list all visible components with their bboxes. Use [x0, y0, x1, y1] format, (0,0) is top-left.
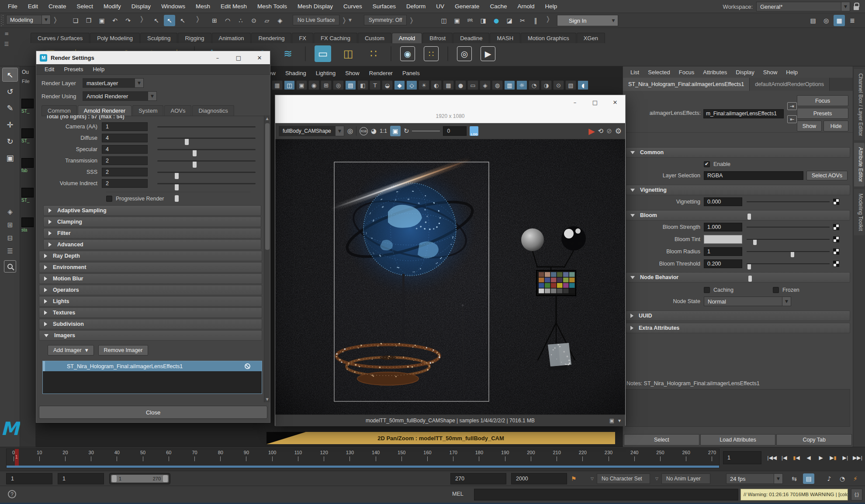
render-settings-menu-item[interactable]: Presets [60, 66, 87, 72]
menubar-item[interactable]: Surfaces [367, 0, 401, 13]
sample-slider[interactable] [157, 135, 256, 142]
attribute-editor-tab[interactable]: ST_Nira_Hologram_Final:aiImagerLensEffec… [623, 78, 750, 91]
lasso-tool-icon[interactable]: ↺ [0, 83, 20, 100]
list-item[interactable]: sta [21, 217, 35, 232]
viewport-tool-icon[interactable]: ◖ [578, 80, 588, 90]
menubar-item[interactable]: Mesh Display [292, 0, 338, 13]
symmetry-field[interactable]: Symmetry: Off [364, 15, 407, 25]
step-back-frame-icon[interactable]: |◀ [778, 451, 790, 464]
section-header-common[interactable]: Common [626, 147, 850, 158]
exposure-slider[interactable] [412, 128, 440, 135]
map-button-icon[interactable] [833, 224, 839, 230]
scroll-down-icon[interactable]: ▼ [264, 396, 270, 402]
split-layout-icon[interactable]: ⊟ [0, 231, 20, 245]
viewport-tool-icon[interactable]: ⊙ [553, 80, 564, 90]
attribute-editor-tab[interactable]: defaultArnoldRenderOptions [750, 78, 830, 91]
zoom-tool-button[interactable] [4, 260, 16, 273]
chevron-down-icon[interactable]: ▽ [655, 476, 658, 481]
paint-select-tool-icon[interactable]: ✎ [0, 100, 20, 116]
sample-value-field[interactable]: 2 [102, 168, 148, 176]
new-scene-icon[interactable]: ❏ [70, 15, 81, 26]
attribute-slider[interactable] [747, 236, 830, 243]
section-header-imagers[interactable]: Imagers [39, 330, 262, 341]
refresh-render-icon[interactable]: ↻ [404, 127, 409, 135]
shelf-tab[interactable]: Animation [212, 33, 251, 43]
shelf-tab[interactable]: Motion Graphics [521, 33, 576, 43]
remove-imager-button[interactable]: Remove Imager [98, 345, 149, 356]
sidebar-vertical-tab[interactable]: Modeling Toolkit [854, 189, 865, 235]
attribute-editor-menu-item[interactable]: Selected [644, 69, 674, 76]
shelf-tab[interactable]: Deadline [453, 33, 489, 43]
mel-command-input[interactable] [474, 489, 738, 501]
progressive-render-checkbox[interactable] [106, 196, 112, 202]
range-start-handle[interactable] [112, 475, 117, 482]
attribute-editor-menu-item[interactable]: Focus [675, 69, 698, 76]
render-frame-icon[interactable]: ◫ [438, 15, 450, 26]
chevron-down-icon[interactable]: ▼ [841, 2, 850, 11]
menubar-item[interactable]: Generate [450, 0, 484, 13]
undo-icon[interactable]: ↶ [109, 15, 121, 26]
camera-combo[interactable]: fullBody_CAMShape ▼ [279, 126, 344, 136]
range-slider[interactable]: 1 270 [109, 473, 170, 484]
rotate-tool-icon[interactable]: ↻ [0, 133, 20, 149]
mix-shader-icon[interactable]: ≋ [280, 45, 296, 62]
arnold-denoise-icon[interactable]: ∷ [424, 46, 439, 61]
menubar-item[interactable]: Edit [23, 0, 43, 13]
viewport-tool-icon[interactable]: ▦ [272, 80, 283, 90]
render-region-icon[interactable]: ▣ [451, 15, 463, 26]
imager-list[interactable]: ST_Nira_Hologram_Final:aiImagerLensEffec… [42, 361, 262, 394]
select-object-icon[interactable]: ↖ [164, 15, 175, 26]
range-end-handle[interactable] [163, 475, 168, 482]
render-view-icon[interactable]: ▭ [315, 45, 331, 62]
input-connections-icon[interactable]: ⇥ [787, 102, 797, 110]
attribute-slider[interactable] [747, 260, 830, 267]
render-settings-section-header[interactable]: Filter [43, 228, 261, 238]
playback-start-field[interactable]: 1 [58, 473, 104, 484]
section-header-node-behavior[interactable]: Node Behavior [626, 272, 850, 283]
menubar-item[interactable]: Deform [401, 0, 431, 13]
outliner-tab[interactable]: Ou [20, 66, 35, 75]
sample-value-field[interactable]: 1 [102, 122, 148, 131]
chevron-down-icon[interactable]: ▼ [349, 18, 352, 22]
viewport-menu-item[interactable]: Shading [282, 70, 309, 76]
shelf-icon[interactable] [447, 46, 448, 61]
settings-gear-icon[interactable]: ⚙ [615, 127, 622, 135]
sample-value-field[interactable]: 2 [102, 179, 148, 188]
viewport-tool-icon[interactable]: ◈ [480, 80, 491, 90]
viewport-tool-icon[interactable]: ◒ [382, 80, 393, 90]
list-item[interactable]: ST_ [21, 188, 35, 203]
maximize-icon[interactable]: □ [228, 51, 249, 64]
warning-output-field[interactable]: // Warning: 01:26:16 7016MB WARNING | [c… [740, 489, 848, 501]
viewport-tool-icon[interactable]: ▭ [467, 80, 478, 90]
character-set-selector[interactable]: No Character Set [597, 473, 650, 484]
sample-slider[interactable] [157, 157, 256, 164]
texture-repeat-icon[interactable]: ◫ [340, 45, 356, 62]
chevron-down-icon[interactable]: ▼ [135, 79, 143, 87]
playback-loop-icon[interactable]: ⇆ [789, 473, 800, 484]
sample-value-field[interactable]: 4 [102, 145, 148, 154]
attribute-editor-bottom-button[interactable]: Select [624, 434, 699, 445]
shelf-tab[interactable]: Arnold [392, 33, 422, 43]
render-settings-menu-item[interactable]: Help [89, 66, 108, 72]
menubar-item[interactable]: Create [43, 0, 72, 13]
render-sequence-play-icon[interactable]: ▶ [481, 46, 495, 61]
viewport-tool-icon[interactable]: T [370, 80, 381, 90]
shelf-tab[interactable]: FX Caching [314, 33, 357, 43]
node-state-combo[interactable]: Normal ▼ [704, 297, 791, 306]
attribute-value-field[interactable]: 0.000 [704, 197, 742, 206]
menubar-item[interactable]: Display [126, 0, 156, 13]
disable-imager-icon[interactable] [245, 363, 250, 369]
step-forward-frame-icon[interactable]: ▶| [840, 451, 851, 464]
snap-plane-icon[interactable]: ▱ [261, 15, 273, 26]
current-frame-field[interactable]: 1 [723, 451, 761, 464]
bookmark-icon[interactable]: ⚑ [568, 473, 579, 484]
sign-in-button[interactable]: Sign In ▼ [557, 15, 618, 26]
make-live-icon[interactable]: ◈ [274, 15, 286, 26]
sidebar-vertical-tab[interactable]: Attribute Editor [854, 143, 865, 186]
outline-list-icon[interactable]: ☰ [0, 245, 20, 258]
sample-slider[interactable] [157, 123, 256, 130]
menubar-item[interactable]: Modify [98, 0, 126, 13]
chevron-down-icon[interactable]: ▽ [591, 476, 594, 481]
render-settings-tab[interactable]: System [132, 105, 163, 116]
time-clock-icon[interactable]: ◔ [837, 473, 848, 484]
